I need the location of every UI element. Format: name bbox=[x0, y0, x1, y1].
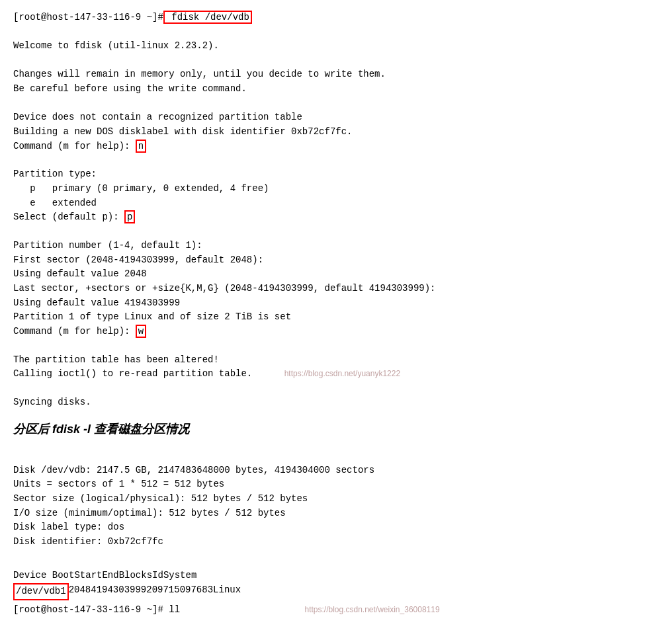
disk-line6: Disk identifier: 0xb72cf7fc bbox=[13, 536, 163, 547]
cmd1-line: Command (m for help): n bbox=[13, 140, 632, 153]
line-building: Building a new DOS disklabel with disk i… bbox=[13, 126, 352, 137]
disk-info: Disk /dev/vdb: 2147.5 GB, 2147483648000 … bbox=[13, 449, 632, 564]
watermark-bottom: https://blog.csdn.net/weixin_36008119 bbox=[304, 605, 439, 614]
header-device-boot: Device Boot bbox=[13, 569, 74, 583]
ioctl-text: Calling ioctl() to re-read partition tab… bbox=[13, 368, 252, 379]
line-welcome: Welcome to fdisk (util-linux 2.23.2). bbox=[13, 40, 219, 51]
section-heading: 分区后 fdisk -l 查看磁盘分区情况 bbox=[13, 421, 632, 438]
heading-command: fdisk -l bbox=[52, 423, 91, 436]
row-blocks: 2097150976 bbox=[146, 583, 202, 600]
header-end: End bbox=[102, 569, 118, 583]
line-primary: p primary (0 primary, 0 extended, 4 free… bbox=[13, 183, 269, 194]
cmd2-line: Command (m for help): w bbox=[13, 325, 632, 339]
row-end: 4194303999 bbox=[91, 583, 146, 600]
select-input-highlighted: p bbox=[124, 210, 135, 223]
disk-line5: Disk label type: dos bbox=[13, 522, 124, 532]
line-device: Device does not contain a recognized par… bbox=[13, 112, 302, 122]
row-system: Linux bbox=[213, 583, 241, 600]
heading-prefix: 分区后 bbox=[13, 423, 52, 436]
line-last-sector: Last sector, +sectors or +size{K,M,G} (2… bbox=[13, 283, 436, 294]
watermark-csdn: https://blog.csdn.net/yuanyk1222 bbox=[284, 369, 400, 378]
line-default-2048: Using default value 2048 bbox=[13, 268, 147, 279]
command-line: [root@host-147-33-116-9 ~]# fdisk /dev/v… bbox=[13, 11, 632, 24]
heading-suffix: 查看磁盘分区情况 bbox=[91, 423, 189, 436]
write-output: The partition table has been altered! bbox=[13, 339, 632, 367]
select-line: Select (default p): p bbox=[13, 210, 632, 224]
line-part-number: Partition number (1-4, default 1): bbox=[13, 240, 202, 251]
partition-details-output: Partition number (1-4, default 1): First… bbox=[13, 224, 632, 325]
bottom-section: [root@host-147-33-116-9 ~]# ll https://b… bbox=[13, 603, 632, 618]
partition-type-output: Partition type: p primary (0 primary, 0 … bbox=[13, 153, 632, 211]
line-partition-set: Partition 1 of type Linux and of size 2 … bbox=[13, 311, 291, 322]
line-partition-type: Partition type: bbox=[13, 169, 97, 179]
prompt: [root@host-147-33-116-9 ~]# bbox=[13, 12, 163, 22]
row-id: 83 bbox=[202, 583, 213, 600]
syncing-output: Syncing disks. bbox=[13, 381, 632, 409]
command-highlighted: fdisk /dev/vdb bbox=[163, 11, 252, 24]
line-default-4194: Using default value 4194303999 bbox=[13, 298, 180, 308]
terminal-output: Welcome to fdisk (util-linux 2.23.2). Ch… bbox=[13, 24, 632, 140]
line-syncing: Syncing disks. bbox=[13, 397, 91, 407]
disk-line3: Sector size (logical/physical): 512 byte… bbox=[13, 493, 308, 504]
header-system: System bbox=[163, 569, 196, 583]
header-id: Id bbox=[152, 569, 163, 583]
cmd1-input-highlighted: n bbox=[136, 140, 146, 153]
cmd2-prompt: Command (m for help): bbox=[13, 326, 136, 337]
bottom-prompt-line: [root@host-147-33-116-9 ~]# ll bbox=[13, 604, 180, 615]
cmd2-input-highlighted: w bbox=[136, 325, 146, 338]
row-device-highlighted: /dev/vdb1 bbox=[13, 583, 69, 600]
header-start: Start bbox=[74, 569, 102, 583]
select-prompt: Select (default p): bbox=[13, 212, 124, 222]
line-extended: e extended bbox=[13, 198, 97, 208]
terminal-window: [root@host-147-33-116-9 ~]# fdisk /dev/v… bbox=[13, 11, 632, 617]
disk-line1: Disk /dev/vdb: 2147.5 GB, 2147483648000 … bbox=[13, 465, 374, 475]
spacer bbox=[13, 444, 632, 449]
line-changes: Changes will remain in memory only, unti… bbox=[13, 69, 386, 79]
partition-table: Device Boot Start End Blocks Id System /… bbox=[13, 569, 632, 600]
table-data-row: /dev/vdb1 2048 4194303999 2097150976 83 … bbox=[13, 583, 632, 600]
line-careful: Be careful before using the write comman… bbox=[13, 83, 247, 94]
line-first-sector: First sector (2048-4194303999, default 2… bbox=[13, 255, 263, 265]
row-start: 2048 bbox=[69, 583, 91, 600]
cmd1-prompt: Command (m for help): bbox=[13, 141, 136, 151]
header-blocks: Blocks bbox=[119, 569, 152, 583]
disk-line2: Units = sectors of 1 * 512 = 512 bytes bbox=[13, 479, 224, 489]
disk-line4: I/O size (minimum/optimal): 512 bytes / … bbox=[13, 508, 286, 518]
line-altered: The partition table has been altered! bbox=[13, 354, 219, 365]
table-header-row: Device Boot Start End Blocks Id System bbox=[13, 569, 632, 583]
ioctl-line: Calling ioctl() to re-read partition tab… bbox=[13, 367, 632, 381]
